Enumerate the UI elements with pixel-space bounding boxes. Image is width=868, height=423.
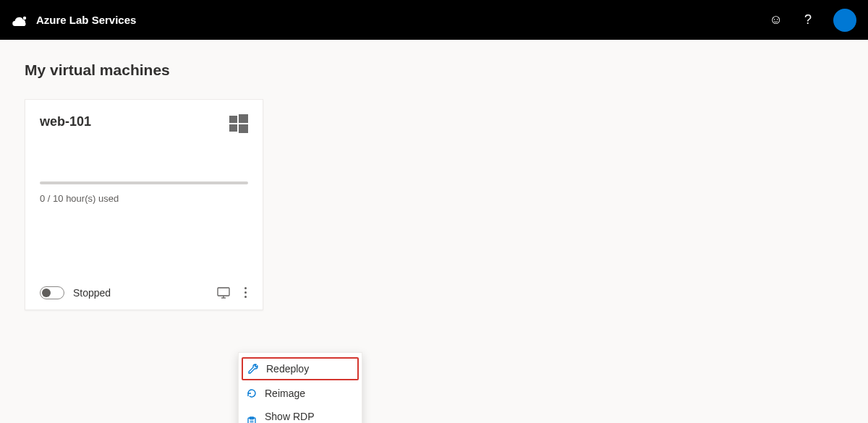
azure-logo-icon — [12, 12, 29, 29]
user-avatar[interactable] — [833, 9, 856, 32]
usage-progress-bar — [40, 181, 248, 184]
menu-label-rdp: Show RDP information — [265, 411, 354, 423]
vm-card-header: web-101 — [40, 114, 248, 133]
menu-label-redeploy: Redeploy — [266, 363, 309, 375]
vm-context-menu: Redeploy Reimage Show RDP information — [238, 352, 362, 423]
svg-rect-2 — [239, 114, 248, 123]
svg-point-0 — [23, 16, 26, 19]
vm-card: web-101 0 / 10 hour(s) used Stopped — [25, 99, 263, 310]
footer-actions — [217, 286, 248, 299]
toggle-knob — [42, 289, 51, 297]
reimage-icon — [246, 388, 258, 399]
connect-icon[interactable] — [217, 286, 230, 299]
vm-status: Stopped — [73, 287, 111, 299]
page-title: My virtual machines — [25, 61, 843, 79]
app-title: Azure Lab Services — [36, 14, 136, 26]
app-header: Azure Lab Services ☺ ? — [0, 0, 868, 40]
svg-rect-4 — [239, 124, 248, 133]
svg-rect-3 — [229, 124, 237, 132]
svg-rect-1 — [229, 116, 237, 123]
vm-card-footer: Stopped — [40, 286, 248, 299]
vm-name: web-101 — [40, 114, 91, 129]
menu-item-reimage[interactable]: Reimage — [239, 382, 362, 405]
menu-item-rdp-info[interactable]: Show RDP information — [239, 405, 362, 423]
header-right: ☺ ? — [770, 9, 856, 32]
usage-text: 0 / 10 hour(s) used — [40, 193, 248, 204]
main-content: My virtual machines web-101 0 / 10 hour(… — [0, 40, 868, 332]
help-icon[interactable]: ? — [804, 12, 812, 27]
clipboard-icon — [246, 416, 258, 423]
wrench-icon — [247, 363, 259, 375]
more-actions-button[interactable] — [243, 286, 248, 299]
windows-icon — [229, 114, 248, 133]
menu-label-reimage: Reimage — [265, 388, 305, 399]
svg-rect-5 — [218, 288, 229, 296]
header-left: Azure Lab Services — [12, 12, 136, 29]
power-toggle[interactable] — [40, 286, 64, 299]
menu-item-redeploy[interactable]: Redeploy — [242, 357, 359, 380]
feedback-icon[interactable]: ☺ — [770, 12, 783, 27]
